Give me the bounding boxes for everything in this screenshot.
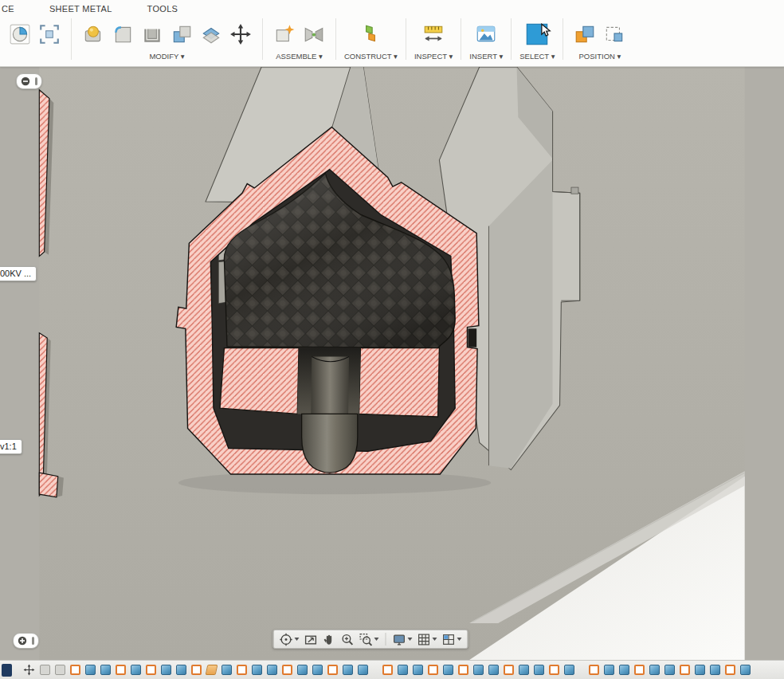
insert-group-label[interactable]: INSERT ▾ [469, 52, 503, 61]
sphere-tool-button[interactable] [6, 18, 33, 50]
pan-button[interactable] [321, 631, 338, 647]
look-at-button[interactable] [303, 631, 319, 647]
orbit-button[interactable] [278, 631, 301, 647]
position-group-label[interactable]: POSITION ▾ [579, 52, 621, 61]
timeline-feature-sketch[interactable] [327, 665, 338, 675]
selection-box-button[interactable] [36, 18, 63, 50]
display-settings-button[interactable] [391, 631, 414, 647]
timeline-feature-sketch[interactable] [116, 665, 126, 675]
select-button[interactable] [523, 18, 551, 50]
fillet-button[interactable] [109, 18, 136, 50]
construct-group-label[interactable]: CONSTRUCT ▾ [344, 52, 398, 61]
timeline-feature-solid[interactable] [649, 665, 660, 675]
tab-surface-truncated[interactable]: CE [2, 4, 14, 14]
joint-button[interactable] [300, 18, 327, 50]
timeline-feature-solid[interactable] [488, 665, 499, 675]
viewports-button[interactable] [441, 631, 464, 647]
timeline-feature-solid[interactable] [343, 665, 353, 675]
move-button[interactable] [227, 18, 254, 50]
timeline-feature-solid[interactable] [619, 665, 629, 675]
timeline-feature-solid[interactable] [534, 665, 544, 675]
insert-image-button[interactable] [472, 18, 500, 50]
group-insert: INSERT ▾ [465, 17, 508, 61]
timeline-feature-solid[interactable] [604, 665, 614, 675]
timeline-feature-solid[interactable] [443, 665, 453, 675]
timeline-feature-gray[interactable] [55, 665, 65, 675]
timeline-feature-solid[interactable] [267, 665, 277, 675]
assemble-group-label[interactable]: ASSEMBLE ▾ [276, 52, 323, 61]
zoom-button[interactable] [339, 631, 356, 647]
timeline-feature-solid[interactable] [695, 665, 705, 675]
inspect-group-label[interactable]: INSPECT ▾ [414, 52, 453, 61]
tab-tools[interactable]: TOOLS [147, 4, 178, 14]
timeline-feature-solid[interactable] [413, 665, 423, 675]
timeline-feature-solid[interactable] [473, 665, 484, 675]
timeline-feature-solid[interactable] [664, 665, 675, 675]
timeline-feature-sketch[interactable] [725, 665, 735, 675]
joint-icon [303, 23, 325, 45]
timeline-feature-solid[interactable] [221, 665, 232, 675]
zoom-window-button[interactable] [358, 631, 381, 647]
timeline-feature-gray[interactable] [40, 665, 50, 675]
combine-button[interactable] [168, 18, 195, 50]
thicken-button[interactable] [198, 18, 225, 50]
dropdown-caret [433, 638, 437, 641]
timeline-feature-solid[interactable] [161, 665, 171, 675]
select-group-label[interactable]: SELECT ▾ [519, 52, 555, 61]
press-pull-button[interactable] [80, 18, 107, 50]
shell-button[interactable] [139, 18, 166, 50]
measure-button[interactable] [420, 18, 447, 50]
timeline-feature-solid[interactable] [85, 665, 96, 675]
timeline-move-feature[interactable] [23, 664, 35, 676]
timeline-feature-plane[interactable] [206, 665, 218, 675]
timeline-feature-solid[interactable] [710, 665, 720, 675]
modify-group-label[interactable]: MODIFY ▾ [149, 52, 184, 61]
timeline-feature-sketch[interactable] [634, 665, 645, 675]
timeline-feature-sketch[interactable] [504, 665, 514, 675]
timeline-feature-solid[interactable] [131, 665, 141, 675]
timeline-feature-solid[interactable] [252, 665, 262, 675]
timeline-feature-sketch[interactable] [589, 665, 599, 675]
timeline-feature-sketch[interactable] [191, 665, 202, 675]
construct-plane-button[interactable] [357, 18, 384, 50]
section-body-label[interactable]: 00KV ... [0, 266, 37, 281]
timeline-feature-sketch[interactable] [70, 665, 80, 675]
3d-scene[interactable] [0, 66, 784, 660]
expand-icon [18, 636, 27, 646]
capture-position-button[interactable] [571, 18, 598, 50]
timeline-feature-sketch[interactable] [146, 665, 156, 675]
timeline-feature-solid[interactable] [176, 665, 186, 675]
timeline-feature-sketch[interactable] [680, 665, 690, 675]
timeline-feature-sketch[interactable] [382, 665, 393, 675]
browser-collapse-toggle[interactable] [16, 73, 42, 89]
group-create-truncated [2, 17, 68, 52]
timeline-feature-sketch[interactable] [428, 665, 438, 675]
group-select: SELECT ▾ [515, 17, 559, 61]
timeline-feature-solid[interactable] [740, 665, 751, 675]
group-separator [335, 18, 336, 60]
timeline-feature-solid[interactable] [564, 665, 574, 675]
timeline-feature-sketch[interactable] [237, 665, 247, 675]
model-viewport[interactable]: 00KV ... v1:1 [0, 66, 784, 660]
timeline-feature-sketch[interactable] [282, 665, 292, 675]
new-component-button[interactable] [271, 18, 298, 50]
timeline-feature-solid[interactable] [358, 665, 368, 675]
design-timeline [0, 660, 784, 679]
section-view-label[interactable]: v1:1 [0, 439, 22, 454]
timeline-position-marker[interactable] [2, 664, 12, 677]
timeline-feature-sketch[interactable] [458, 665, 468, 675]
timeline-feature-solid[interactable] [398, 665, 408, 675]
comments-expand-toggle[interactable] [13, 633, 39, 649]
group-assemble: ASSEMBLE ▾ [266, 17, 332, 61]
counterbore-upper[interactable] [297, 348, 360, 414]
dropdown-caret [374, 638, 379, 641]
timeline-feature-solid[interactable] [312, 665, 323, 675]
grid-snap-button[interactable] [416, 631, 439, 647]
tab-sheet-metal[interactable]: SHEET METAL [49, 4, 112, 14]
timeline-feature-sketch[interactable] [549, 665, 559, 675]
timeline-feature-solid[interactable] [297, 665, 308, 675]
revert-position-button[interactable] [601, 18, 628, 50]
timeline-feature-solid[interactable] [519, 665, 529, 675]
counterbore-lower[interactable] [302, 414, 358, 473]
timeline-feature-solid[interactable] [100, 665, 111, 675]
